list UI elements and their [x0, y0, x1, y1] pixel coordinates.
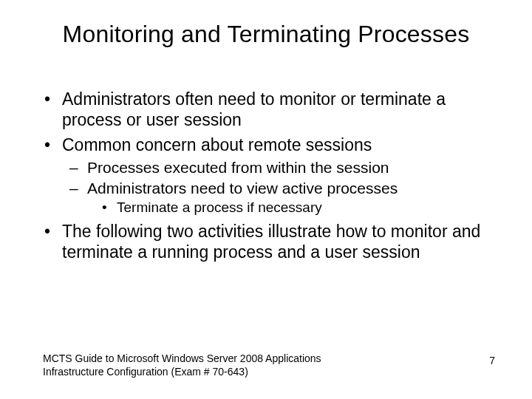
bullet-text: Processes executed from within the sessi…	[87, 159, 389, 176]
bullet-list-level3: Terminate a process if necessary	[87, 199, 502, 216]
footer-source-line2: Infrastructure Configuration (Exam # 70-…	[43, 366, 321, 379]
bullet-item: The following two activities illustrate …	[43, 221, 502, 262]
bullet-item: Processes executed from within the sessi…	[66, 158, 502, 177]
bullet-text: Terminate a process if necessary	[117, 200, 322, 215]
footer-source: MCTS Guide to Microsoft Windows Server 2…	[43, 352, 321, 378]
bullet-item: Administrators often need to monitor or …	[43, 89, 502, 130]
bullet-text: Administrators often need to monitor or …	[62, 89, 446, 129]
bullet-text: The following two activities illustrate …	[62, 222, 480, 262]
footer-source-line1: MCTS Guide to Microsoft Windows Server 2…	[43, 352, 321, 366]
slide-title: Monitoring and Terminating Processes	[0, 21, 532, 48]
bullet-list-level1: Administrators often need to monitor or …	[43, 89, 502, 262]
slide: Monitoring and Terminating Processes Adm…	[0, 0, 532, 399]
bullet-item: Common concern about remote sessions Pro…	[43, 134, 502, 216]
page-number: 7	[489, 355, 495, 366]
bullet-item: Administrators need to view active proce…	[66, 179, 502, 216]
bullet-text: Common concern about remote sessions	[62, 135, 372, 154]
bullet-item: Terminate a process if necessary	[100, 199, 502, 216]
slide-body: Administrators often need to monitor or …	[43, 89, 502, 267]
bullet-text: Administrators need to view active proce…	[87, 180, 398, 197]
bullet-list-level2: Processes executed from within the sessi…	[62, 158, 502, 216]
